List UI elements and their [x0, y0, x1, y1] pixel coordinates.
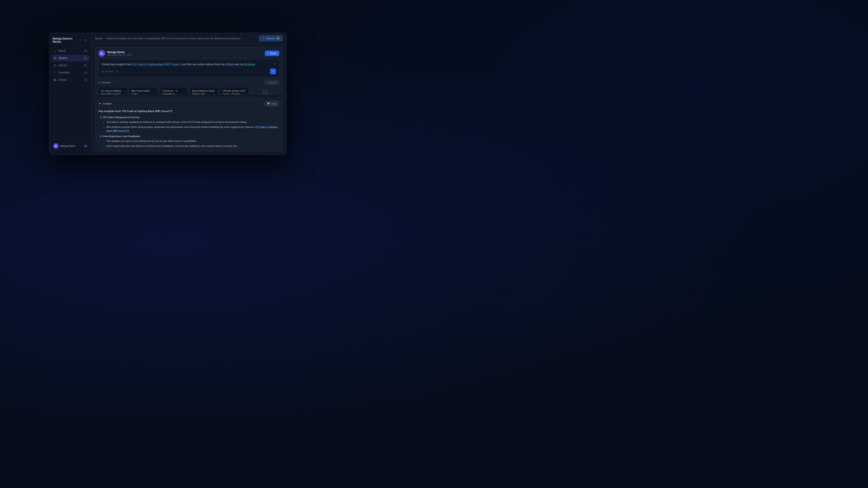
sources-tag: @ Sources [102, 70, 114, 73]
sources-tag-label: Sources [105, 70, 114, 73]
capture-icon: ＋ [262, 37, 265, 40]
share-icon: ⤴ [268, 52, 269, 55]
sidebar-item-library-label: Library [59, 78, 67, 81]
answer-heading: Key Insights from "VS Code Is Fighting B… [99, 109, 279, 113]
close-icon-btn[interactable]: ✕ [84, 38, 88, 42]
sidebar-item-home[interactable]: ⌂ Home H [51, 47, 89, 54]
source-title-1: VS Code Is Fighting Back (RIP Cursor?) [101, 90, 125, 95]
sidebar-header: Beloga Demo's Works ⑂ ✕ [50, 36, 91, 46]
sidebar-item-search[interactable]: ⊙ Search S [51, 55, 89, 61]
query-text: Extract key insights from IVS Code Is Fi… [102, 62, 276, 67]
result-user-name: Beloga Demo [107, 51, 132, 54]
source-card-5[interactable]: VSCode Version 1.83 / Cursor - General f… [220, 87, 249, 95]
answer-title: ✦ Answer [99, 102, 112, 105]
chat-label: Chat [271, 102, 276, 105]
history-icon: ◷ [53, 64, 57, 67]
answer-bullet-1-2: New features include inline chat prompts… [106, 125, 279, 133]
answer-list: VS Code's Response to Cursor: VS Code is… [99, 115, 279, 148]
breadcrumb: Search / Extract key insights from IVS C… [95, 37, 241, 40]
source-card-2[interactable]: Why Visual Studio Code? code.visualstudi… [129, 87, 158, 95]
result-search-date: Searched: Sep 17, 2024 [107, 54, 132, 56]
user-profile-item[interactable]: B Beloga Demo → AI [51, 142, 89, 150]
source-card-4[interactable]: Basic Editing in Visual Studio Code code… [190, 87, 218, 95]
query-link-article[interactable]: IVS Code Is Fighting Back (RIP Cursor?) [132, 63, 181, 66]
sidebar-item-search-label: Search [59, 57, 67, 60]
favorites-icon: ♡ [53, 71, 57, 74]
sidebar-item-history[interactable]: ◷ History G [51, 62, 89, 69]
user-name: Beloga Demo [60, 144, 75, 147]
main-content: Search / Extract key insights from IVS C… [91, 33, 286, 155]
sidebar-item-favorites[interactable]: ♡ Favorites F [51, 69, 89, 76]
answer-item-1-title: VS Code's Response to Cursor: [103, 116, 141, 119]
attachment-tag: 📎 [116, 70, 119, 73]
sources-section-title: ≡ Sources [98, 81, 111, 84]
breadcrumb-current: Extract key insights from IVS Code Is Fi… [106, 37, 241, 40]
sources-section: ≡ Sources ≡ View all VS Code Is Fighting… [95, 80, 283, 95]
query-box: Extract key insights from IVS Code Is Fi… [98, 59, 279, 77]
breadcrumb-search-link[interactable]: Search [95, 37, 103, 40]
app-window: Beloga Demo's Works ⑂ ✕ ⌂ Home H ⊙ Searc… [49, 33, 287, 155]
capture-label: Capture [266, 37, 275, 40]
paperclip-icon: 📎 [116, 70, 119, 73]
answer-header: ✦ Answer 💬 Chat [99, 101, 279, 106]
answer-bullet-1-1: VS Code is actively updating its feature… [106, 120, 279, 124]
top-bar: Search / Extract key insights from IVS C… [91, 33, 286, 44]
send-button[interactable]: → [270, 68, 276, 74]
answer-section: ✦ Answer 💬 Chat Key Insights from "VS Co… [95, 97, 283, 151]
branch-icon-btn[interactable]: ⑂ [78, 38, 82, 42]
sidebar-item-home-label: Home [59, 49, 66, 53]
capture-shortcut: C [276, 37, 280, 40]
query-link-web[interactable]: @Web [225, 63, 234, 66]
capture-button[interactable]: ＋ Capture C [259, 35, 283, 41]
result-user-header: B Beloga Demo Searched: Sep 17, 2024 ⤴ S… [95, 47, 283, 59]
library-shortcut: L [84, 78, 88, 81]
answer-item-2-title: User Experience and Feedback: [103, 135, 141, 138]
query-text-2: and find me similar articles from the [182, 63, 225, 66]
share-button[interactable]: ⤴ Share [265, 51, 279, 56]
answer-content: Key Insights from "VS Code Is Fighting B… [99, 109, 279, 148]
source-title-5: VSCode Version 1.83 / Cursor - General [223, 90, 246, 95]
sidebar-title: Beloga Demo's Works [53, 37, 78, 43]
search-result-card: B Beloga Demo Searched: Sep 17, 2024 ⤴ S… [95, 47, 283, 95]
chat-icon: 💬 [267, 102, 270, 105]
query-text-3: and my [235, 63, 244, 66]
chat-button[interactable]: 💬 Chat [264, 101, 279, 106]
view-all-icon: ≡ [267, 81, 268, 84]
search-icon: ⊙ [53, 56, 57, 60]
library-icon: ▤ [53, 78, 57, 82]
answer-sparkle-icon: ✦ [99, 102, 101, 105]
source-card-3[interactable]: ‹ Cursor.sh › - a competitor to... dles.… [159, 87, 188, 95]
sources-section-header: ≡ Sources ≡ View all [98, 80, 279, 85]
sidebar-header-icons: ⑂ ✕ [78, 38, 88, 42]
sources-list-icon: ≡ [98, 81, 100, 84]
more-icon: ⋯ [262, 90, 268, 95]
query-footer: @ Sources 📎 → [102, 68, 276, 74]
user-arrow-icon[interactable]: → [79, 144, 83, 148]
answer-bullet-2-1: The updates are seen as promising but no… [106, 139, 279, 143]
result-user-avatar: B [98, 50, 105, 57]
home-icon: ⌂ [53, 49, 57, 53]
at-icon: @ [102, 70, 104, 73]
answer-item-2: User Experience and Feedback: The update… [103, 134, 279, 148]
source-card-1[interactable]: VS Code Is Fighting Back (RIP Cursor?) L… [98, 87, 127, 95]
sidebar-item-favorites-label: Favorites [59, 71, 70, 74]
sidebar-item-library[interactable]: ▤ Library L [51, 76, 89, 83]
view-all-button[interactable]: ≡ View all [264, 80, 279, 85]
answer-item-1: VS Code's Response to Cursor: VS Code is… [103, 115, 279, 133]
answer-bullet-2-2: Users appreciate the new features but fi… [106, 144, 279, 148]
sidebar-nav: ⌂ Home H ⊙ Search S ◷ History G [50, 46, 91, 140]
query-close-button[interactable]: ✕ [273, 62, 277, 66]
ai-badge: AI [84, 144, 88, 147]
sidebar-item-history-label: History [59, 64, 67, 67]
source-card-more[interactable]: ⋯ View 1 more [251, 87, 279, 95]
sidebar-footer: B Beloga Demo → AI [50, 140, 91, 152]
source-title-2: Why Visual Studio Code? [131, 90, 155, 95]
history-shortcut: G [84, 64, 88, 67]
favorites-shortcut: F [84, 71, 88, 74]
breadcrumb-separator: / [104, 37, 105, 40]
answer-source-link[interactable]: VS Code Is Fighting Back (RIP Cursor?) [106, 126, 278, 132]
answer-title-label: Answer [103, 102, 112, 105]
sources-title-label: Sources [101, 81, 111, 84]
query-link-library[interactable]: @Library [244, 63, 255, 66]
sidebar: Beloga Demo's Works ⑂ ✕ ⌂ Home H ⊙ Searc… [50, 33, 91, 155]
